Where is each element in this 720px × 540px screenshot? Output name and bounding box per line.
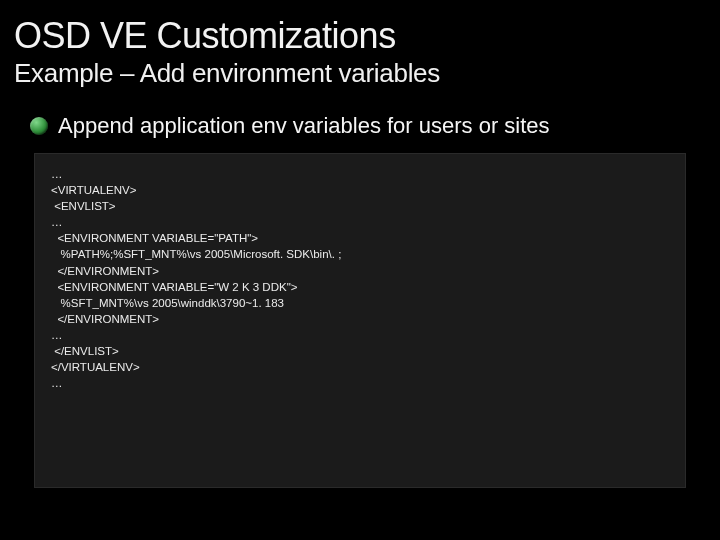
green-sphere-icon [30, 117, 48, 135]
bullet-row: Append application env variables for use… [0, 89, 720, 139]
code-block: … <VIRTUALENV> <ENVLIST> … <ENVIRONMENT … [34, 153, 686, 488]
slide: OSD VE Customizations Example – Add envi… [0, 0, 720, 540]
bullet-text: Append application env variables for use… [58, 113, 550, 139]
slide-subtitle: Example – Add environment variables [0, 54, 720, 89]
slide-title: OSD VE Customizations [0, 0, 720, 54]
